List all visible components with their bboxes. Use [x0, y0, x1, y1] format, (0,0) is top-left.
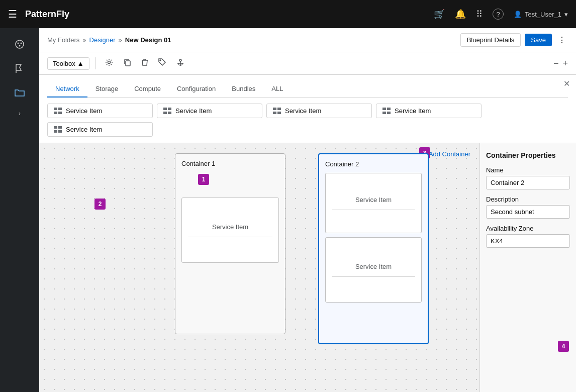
toolbar: Toolbox ▲ − + [39, 52, 576, 75]
service-items-grid: Service Item Service Item Service Item [47, 104, 568, 137]
container-service-item-2b[interactable]: Service Item [325, 237, 422, 303]
copy-button[interactable] [120, 56, 134, 70]
service-item-grid-icon [382, 108, 391, 115]
sidebar-expand-icon[interactable]: › [15, 109, 25, 119]
container-2-title: Container 2 [325, 160, 422, 168]
toolbox-button[interactable]: Toolbox ▲ [47, 57, 89, 70]
svg-point-8 [179, 59, 181, 61]
availability-zone-prop-label: Availability Zone [486, 225, 570, 232]
service-item-label: Service Item [66, 107, 102, 115]
tab-bundles[interactable]: Bundles [224, 81, 263, 97]
container-service-item-2a-label: Service Item [355, 196, 392, 204]
tag-button[interactable] [155, 56, 169, 70]
name-prop-input[interactable] [486, 176, 570, 189]
service-item-grid-icon [273, 108, 281, 115]
blueprint-details-button[interactable]: Blueprint Details [460, 33, 521, 47]
badge-4: 4 [558, 341, 569, 352]
container-1[interactable]: Container 1 1 Service Item [175, 153, 285, 334]
breadcrumb-sep-2: » [119, 36, 122, 44]
zoom-out-button[interactable]: − [553, 58, 559, 69]
container-1-title: Container 1 [181, 160, 279, 167]
item-line-2a [332, 210, 415, 210]
grid-icon[interactable]: ⠿ [476, 9, 483, 20]
svg-point-5 [108, 61, 110, 64]
svg-point-1 [18, 43, 19, 44]
properties-panel: Container Properties Name Description Av… [479, 143, 576, 392]
service-item-grid-icon [163, 108, 171, 115]
sidebar-icon-flag[interactable] [10, 58, 30, 78]
add-container-label: Add Container [429, 150, 470, 158]
container-service-item-1[interactable]: Service Item [181, 198, 279, 263]
toolbar-separator [95, 57, 96, 69]
main-content-area: My Folders » Designer » New Design 01 Bl… [39, 28, 576, 392]
toolbar-right-group: − + [553, 58, 568, 69]
name-prop-label: Name [486, 166, 570, 174]
container-service-item-2a[interactable]: Service Item [325, 173, 422, 233]
breadcrumb-sep-1: » [82, 36, 86, 44]
tab-storage[interactable]: Storage [87, 81, 127, 97]
left-sidebar: › [0, 28, 39, 392]
container-2[interactable]: Container 2 Service Item Service Item [318, 153, 429, 344]
zoom-in-button[interactable]: + [562, 58, 568, 69]
svg-point-2 [21, 43, 22, 44]
bell-icon[interactable]: 🔔 [455, 9, 466, 20]
list-item[interactable]: Service Item [157, 104, 262, 118]
toolbox-label: Toolbox [53, 60, 75, 67]
service-item-grid-icon [54, 108, 62, 115]
more-options-button[interactable]: ⋮ [556, 33, 568, 47]
badge-1: 1 [198, 174, 209, 185]
svg-point-7 [160, 60, 161, 61]
description-prop-input[interactable] [486, 205, 570, 219]
breadcrumb-current: New Design 01 [125, 36, 171, 44]
item-line-1 [188, 237, 272, 237]
breadcrumb-actions: Blueprint Details Save ⋮ [460, 33, 568, 47]
list-item[interactable]: Service Item [376, 104, 482, 118]
properties-title: Container Properties [486, 151, 570, 159]
availability-zone-prop-input[interactable] [486, 234, 570, 248]
sidebar-icon-folder[interactable] [10, 82, 30, 103]
service-item-grid-icon [54, 126, 62, 133]
delete-button[interactable] [138, 56, 151, 70]
tab-compute[interactable]: Compute [126, 81, 169, 97]
toolbox-panel: ✕ Network Storage Compute Configuration … [39, 75, 576, 143]
user-name: Test_User_1 [525, 11, 561, 18]
main-layout: › My Folders » Designer » New Design 01 … [0, 28, 576, 392]
toolbox-tabs: Network Storage Compute Configuration Bu… [47, 81, 568, 97]
user-menu[interactable]: 👤 Test_User_1 ▾ [514, 11, 568, 18]
service-item-label: Service Item [175, 107, 212, 115]
sidebar-icon-palette[interactable] [10, 34, 30, 54]
svg-point-0 [16, 40, 24, 48]
cart-icon[interactable]: 🛒 [434, 9, 445, 20]
settings-button[interactable] [102, 56, 116, 70]
breadcrumb: My Folders » Designer » New Design 01 [47, 36, 171, 44]
breadcrumb-folder: My Folders [47, 36, 79, 44]
list-item[interactable]: Service Item [47, 122, 153, 137]
description-prop-label: Description [486, 195, 570, 203]
container-service-item-1-label: Service Item [212, 223, 248, 231]
service-item-label: Service Item [66, 126, 102, 133]
help-icon[interactable]: ? [493, 9, 504, 20]
toolbox-chevron-icon: ▲ [77, 60, 84, 67]
tab-network[interactable]: Network [47, 81, 87, 97]
anchor-button[interactable] [173, 56, 187, 70]
list-item[interactable]: Service Item [266, 104, 372, 118]
toolbox-close-button[interactable]: ✕ [563, 79, 570, 88]
item-line-2b [332, 276, 415, 277]
svg-point-3 [19, 45, 21, 47]
save-button[interactable]: Save [525, 34, 552, 46]
service-item-label: Service Item [395, 107, 431, 115]
breadcrumb-designer[interactable]: Designer [89, 36, 116, 44]
brand-logo: PatternFly [25, 9, 426, 20]
user-avatar-icon: 👤 [514, 11, 522, 18]
designer-canvas[interactable]: ⊕ Add Container 3 2 Container 1 1 Servic… [39, 143, 576, 392]
top-navigation: ☰ PatternFly 🛒 🔔 ⠿ ? 👤 Test_User_1 ▾ [0, 0, 576, 28]
badge-2: 2 [94, 199, 106, 210]
list-item[interactable]: Service Item [47, 104, 153, 118]
service-item-label: Service Item [285, 107, 321, 115]
tab-all[interactable]: ALL [263, 81, 291, 97]
breadcrumb-bar: My Folders » Designer » New Design 01 Bl… [39, 28, 576, 52]
tab-configuration[interactable]: Configuration [169, 81, 224, 97]
hamburger-menu-icon[interactable]: ☰ [8, 8, 17, 20]
top-nav-icons-group: 🛒 🔔 ⠿ ? 👤 Test_User_1 ▾ [434, 9, 568, 20]
user-chevron-icon: ▾ [564, 11, 568, 18]
